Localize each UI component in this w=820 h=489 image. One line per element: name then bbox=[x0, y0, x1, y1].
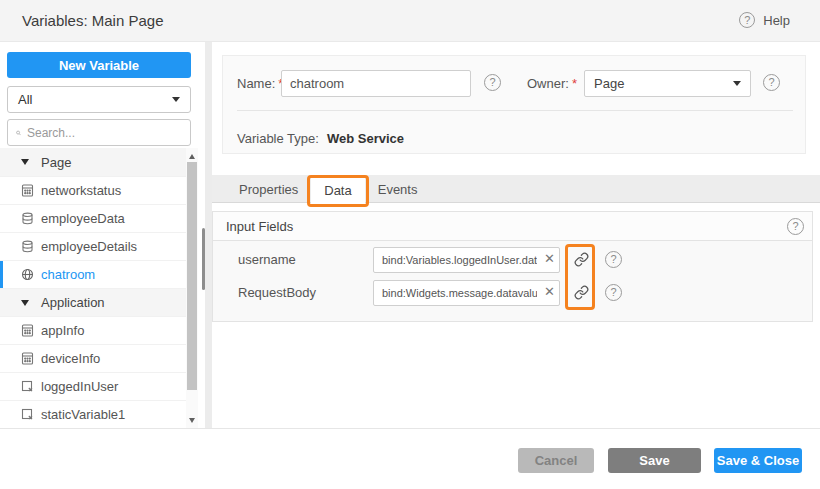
tree-item-deviceInfo[interactable]: deviceInfo bbox=[0, 344, 186, 372]
tree-group-label: Page bbox=[41, 155, 71, 170]
owner-selected-value: Page bbox=[594, 76, 624, 91]
owner-help-icon[interactable]: ? bbox=[763, 74, 780, 91]
input-fields-header: Input Fields ? bbox=[213, 212, 812, 241]
variable-filter-select[interactable]: All bbox=[7, 86, 191, 113]
device-icon bbox=[21, 324, 34, 337]
main-panel: Name:* ? Owner:* Page ? Variable Type: W… bbox=[212, 42, 820, 428]
tree-item-label: networkstatus bbox=[41, 183, 121, 198]
tree-group-page[interactable]: Page bbox=[0, 148, 186, 176]
search-icon bbox=[16, 127, 21, 139]
static-variable-icon bbox=[21, 380, 34, 393]
variable-summary-panel: Name:* ? Owner:* Page ? Variable Type: W… bbox=[222, 55, 806, 154]
cancel-button[interactable]: Cancel bbox=[518, 448, 594, 473]
tree-group-label: Application bbox=[41, 295, 105, 310]
database-icon bbox=[21, 240, 34, 253]
bind-input-wrap: ✕ bbox=[373, 247, 560, 273]
clear-binding-icon[interactable]: ✕ bbox=[544, 285, 555, 298]
tree-item-label: chatroom bbox=[41, 267, 95, 282]
tree-item-networkstatus[interactable]: networkstatus bbox=[0, 176, 186, 204]
sidebar-scrollbar[interactable] bbox=[186, 148, 198, 428]
input-fields-panel: Input Fields ? username ✕ bbox=[212, 211, 813, 322]
variables-dialog: Variables: Main Page ? Help New Variable… bbox=[0, 0, 820, 489]
device-icon bbox=[21, 352, 34, 365]
tree-item-chatroom[interactable]: chatroom bbox=[0, 260, 186, 288]
help-label: Help bbox=[763, 13, 790, 28]
input-field-row-requestbody: RequestBody ✕ ? bbox=[213, 276, 812, 309]
tree-item-label: appInfo bbox=[41, 323, 84, 338]
bind-link-button[interactable] bbox=[569, 280, 593, 306]
help-icon: ? bbox=[739, 12, 755, 28]
variable-type-value: Web Service bbox=[327, 131, 404, 146]
chevron-down-icon bbox=[172, 97, 180, 102]
sidebar-scrollbar-thumb[interactable] bbox=[187, 162, 197, 390]
clear-binding-icon[interactable]: ✕ bbox=[544, 252, 555, 265]
dialog-footer: Cancel Save Save & Close bbox=[0, 428, 820, 489]
device-icon bbox=[21, 184, 34, 197]
globe-icon bbox=[21, 268, 34, 281]
owner-label: Owner:* bbox=[527, 76, 577, 91]
filter-selected-value: All bbox=[18, 92, 32, 107]
input-fields-body: username ✕ ? RequestBody bbox=[213, 241, 812, 309]
field-help-icon[interactable]: ? bbox=[605, 251, 622, 268]
dialog-header: Variables: Main Page ? Help bbox=[0, 0, 820, 42]
field-label: username bbox=[238, 252, 373, 267]
page-title: Variables: Main Page bbox=[22, 12, 163, 29]
username-bind-input[interactable] bbox=[373, 247, 560, 273]
sidebar-main-divider bbox=[205, 42, 212, 428]
save-close-button[interactable]: Save & Close bbox=[714, 448, 802, 473]
tree-item-label: loggedInUser bbox=[41, 379, 118, 394]
link-icon bbox=[574, 285, 589, 300]
tree-item-loggedInUser[interactable]: loggedInUser bbox=[0, 372, 186, 400]
tree-group-application[interactable]: Application bbox=[0, 288, 186, 316]
tree-item-employeeDetails[interactable]: employeeDetails bbox=[0, 232, 186, 260]
owner-select[interactable]: Page bbox=[584, 70, 751, 97]
tree-item-employeeData[interactable]: employeeData bbox=[0, 204, 186, 232]
variable-search[interactable] bbox=[7, 119, 191, 146]
tree-item-label: employeeDetails bbox=[41, 239, 137, 254]
chevron-down-icon bbox=[733, 81, 741, 86]
search-input[interactable] bbox=[27, 126, 182, 140]
tab-data[interactable]: Data bbox=[311, 175, 364, 203]
variables-sidebar: New Variable All Page networksta bbox=[0, 42, 205, 428]
collapse-triangle-icon bbox=[21, 159, 29, 165]
input-fields-help-icon[interactable]: ? bbox=[787, 218, 804, 235]
tree-item-label: employeeData bbox=[41, 211, 125, 226]
bind-link-button[interactable] bbox=[569, 247, 593, 273]
tree-item-appInfo[interactable]: appInfo bbox=[0, 316, 186, 344]
help-button[interactable]: ? Help bbox=[739, 12, 790, 28]
name-field[interactable] bbox=[281, 70, 471, 97]
tab-events[interactable]: Events bbox=[365, 175, 431, 203]
input-fields-title: Input Fields bbox=[226, 219, 293, 234]
static-variable-icon bbox=[21, 408, 34, 421]
link-icon bbox=[574, 252, 589, 267]
tab-bar: Properties Data Events bbox=[212, 175, 820, 203]
required-marker: * bbox=[572, 76, 577, 91]
tree-item-label: deviceInfo bbox=[41, 351, 100, 366]
save-button[interactable]: Save bbox=[608, 448, 701, 473]
input-field-row-username: username ✕ ? bbox=[213, 243, 812, 276]
tree-item-staticVariable1[interactable]: staticVariable1 bbox=[0, 400, 186, 428]
scroll-up-icon[interactable] bbox=[186, 150, 198, 162]
field-label: RequestBody bbox=[238, 285, 373, 300]
tab-properties[interactable]: Properties bbox=[226, 175, 311, 203]
collapse-triangle-icon bbox=[21, 300, 29, 306]
variable-type-label: Variable Type: bbox=[237, 131, 319, 146]
name-label: Name:* bbox=[237, 76, 283, 91]
bind-input-wrap: ✕ bbox=[373, 280, 560, 306]
tree-item-label: staticVariable1 bbox=[41, 407, 125, 422]
panel-divider bbox=[237, 110, 793, 111]
requestbody-bind-input[interactable] bbox=[373, 280, 560, 306]
database-icon bbox=[21, 212, 34, 225]
name-help-icon[interactable]: ? bbox=[484, 74, 501, 91]
field-help-icon[interactable]: ? bbox=[605, 284, 622, 301]
variable-tree: Page networkstatus employeeData bbox=[0, 148, 186, 428]
scroll-down-icon[interactable] bbox=[186, 414, 198, 426]
new-variable-button[interactable]: New Variable bbox=[7, 52, 191, 78]
